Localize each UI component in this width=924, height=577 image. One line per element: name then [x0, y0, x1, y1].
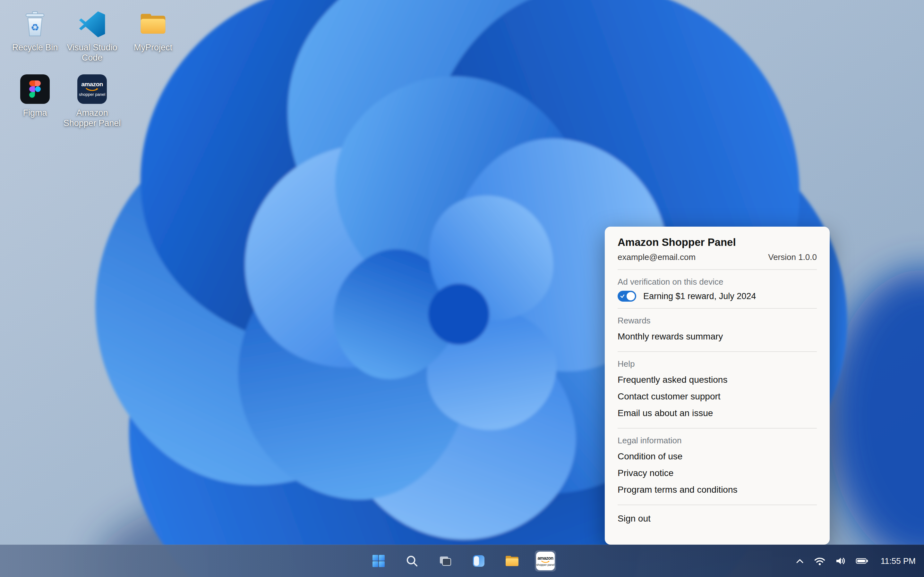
windows-start-icon	[372, 554, 386, 568]
section-header-help: Help	[618, 359, 817, 369]
amazon-subtitle-text: shopper panel	[79, 92, 105, 97]
amazon-logo-text: amazon	[537, 556, 553, 560]
amazon-shopper-panel-taskbar-button[interactable]: amazon shopper panel	[535, 550, 556, 572]
tray-chevron-up-icon[interactable]	[795, 558, 804, 564]
account-row: example@email.com Version 1.0.0	[618, 252, 817, 269]
sign-out-button[interactable]: Sign out	[618, 505, 817, 524]
taskbar-center-icons: amazon shopper panel	[368, 545, 556, 577]
menu-item-condition-of-use[interactable]: Condition of use	[618, 448, 817, 465]
desktop-icon-amazon-shopper-panel[interactable]: amazon shopper panel Amazon Shopper Pane…	[61, 74, 123, 129]
desktop-icon-myproject-folder[interactable]: MyProject	[123, 9, 184, 53]
amazon-logo-text: amazon	[81, 81, 103, 87]
menu-item-privacy-notice[interactable]: Privacy notice	[618, 465, 817, 482]
desktop-icon-vscode[interactable]: Visual Studio Code	[61, 9, 123, 63]
desktop-icon-figma[interactable]: Figma	[5, 74, 65, 118]
menu-item-program-terms[interactable]: Program terms and conditions	[618, 482, 817, 498]
menu-item-monthly-rewards-summary[interactable]: Monthly rewards summary	[618, 328, 817, 345]
desktop-icon-label: MyProject	[134, 42, 172, 53]
file-explorer-icon	[504, 553, 520, 569]
search-icon	[405, 554, 419, 568]
svg-text:♻: ♻	[31, 22, 39, 33]
section-header-rewards: Rewards	[618, 316, 817, 326]
check-icon	[620, 294, 625, 298]
desktop-icon-label: Recycle Bin	[12, 42, 58, 53]
wifi-icon[interactable]	[814, 556, 825, 566]
folder-icon	[138, 9, 168, 39]
menu-item-faq[interactable]: Frequently asked questions	[618, 372, 817, 388]
ad-verification-toggle[interactable]	[618, 291, 636, 301]
search-button[interactable]	[401, 550, 423, 572]
desktop-icon-recycle-bin[interactable]: ♻ Recycle Bin	[5, 9, 65, 53]
vscode-icon	[78, 9, 107, 39]
widgets-icon	[472, 554, 486, 568]
ad-verification-row: Earning $1 reward, July 2024	[618, 291, 817, 301]
desktop-icon-label: Figma	[23, 108, 47, 118]
section-ad-verification: Ad verification on this device Earning $…	[618, 270, 817, 308]
desktop-icon-label: Visual Studio Code	[61, 42, 123, 63]
amazon-shopper-panel-taskbar-icon: amazon shopper panel	[536, 552, 555, 570]
section-legal: Legal information Condition of use Priva…	[618, 429, 817, 504]
task-view-icon	[438, 554, 452, 568]
amazon-subtitle-text: shopper panel	[536, 564, 554, 566]
toggle-knob	[627, 292, 635, 300]
amazon-shopper-panel-popup: Amazon Shopper Panel example@email.com V…	[605, 227, 830, 545]
battery-icon[interactable]	[856, 556, 869, 566]
toggle-label: Earning $1 reward, July 2024	[643, 292, 756, 301]
widgets-button[interactable]	[468, 550, 489, 572]
desktop-icon-label: Amazon Shopper Panel	[61, 108, 123, 129]
account-email: example@email.com	[618, 252, 696, 262]
section-header-ad-verification: Ad verification on this device	[618, 277, 817, 287]
app-version: Version 1.0.0	[768, 252, 817, 262]
panel-title: Amazon Shopper Panel	[618, 236, 817, 248]
amazon-shopper-panel-icon: amazon shopper panel	[78, 74, 107, 104]
amazon-smile-icon	[541, 561, 549, 563]
start-button[interactable]	[368, 550, 389, 572]
system-tray: 11:55 PM	[795, 545, 916, 577]
section-help: Help Frequently asked questions Contact …	[618, 352, 817, 428]
menu-item-contact-support[interactable]: Contact customer support	[618, 388, 817, 405]
taskbar-clock[interactable]: 11:55 PM	[881, 556, 916, 566]
section-rewards: Rewards Monthly rewards summary	[618, 309, 817, 351]
taskbar: amazon shopper panel	[0, 545, 924, 577]
task-view-button[interactable]	[435, 550, 456, 572]
menu-item-email-issue[interactable]: Email us about an issue	[618, 405, 817, 422]
recycle-bin-icon: ♻	[20, 9, 50, 39]
figma-icon	[20, 74, 50, 104]
section-header-legal: Legal information	[618, 436, 817, 446]
amazon-smile-icon	[86, 88, 99, 92]
volume-icon[interactable]	[835, 556, 846, 566]
file-explorer-button[interactable]	[501, 550, 523, 572]
